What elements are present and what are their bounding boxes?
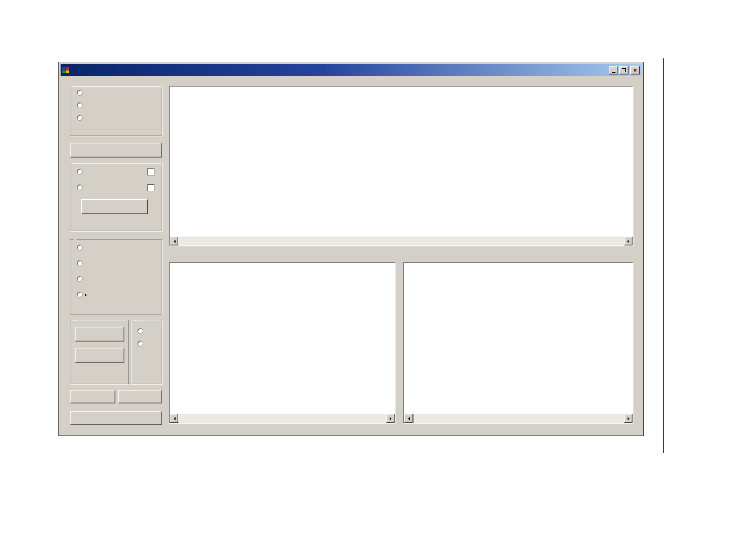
reverse-button[interactable] [75,348,124,363]
page-border-line [663,58,664,453]
radio-uncorrected-control[interactable] [77,169,83,175]
overview-scrollbar[interactable] [170,236,633,245]
radio-blue-control[interactable] [77,115,83,121]
radio-scan-width[interactable] [70,271,162,287]
overview-scroll-thumb[interactable] [178,236,179,245]
close-button[interactable]: × [630,66,640,74]
detail-right-panel [403,262,633,424]
app-icon [62,66,70,74]
radio-blue[interactable] [70,112,162,124]
radio-normal[interactable] [70,240,162,255]
radio-green[interactable] [70,99,162,111]
minimize-button[interactable] [609,66,618,74]
radio-light-profile[interactable] [70,255,162,271]
detail-right-scrollbar[interactable] [404,414,633,423]
overview-scroll-left-button[interactable] [170,236,178,245]
detail-left-scroll-thumb[interactable] [178,414,179,423]
overview-scroll-right-button[interactable] [624,236,633,245]
color-group [70,86,162,136]
detail-right-scroll-thumb[interactable] [413,414,413,423]
radio-uncorrected[interactable] [70,164,162,179]
detail-left-scroll-track[interactable] [178,414,386,423]
radio-camera-b-control[interactable] [137,341,143,346]
maximize-icon [622,68,626,72]
detail-left-panel [169,262,396,424]
overview-oscilloscope-display [170,87,633,236]
camera-motor-group [70,320,129,384]
forward-button[interactable] [75,327,124,341]
execute-button[interactable] [81,199,148,214]
radio-green-control[interactable] [77,102,83,108]
overview-plot-panel [169,86,633,246]
detail-right-scroll-right-button[interactable] [624,414,633,423]
detail-left-display [170,263,395,414]
titlebar[interactable]: × [61,64,642,76]
detail-right-display [404,263,633,414]
zoom-all-button[interactable] [70,143,162,158]
detail-right-scroll-track[interactable] [413,414,624,423]
window-controls: × [609,66,640,74]
detail-left-scrollbar[interactable] [170,414,395,423]
radio-corrected[interactable] [70,180,162,195]
radio-camera-a[interactable] [131,325,162,337]
radio-corrected-control[interactable] [77,184,83,190]
save-button[interactable] [70,390,115,403]
uncorrected-checkbox[interactable] [147,168,154,175]
close-icon: × [633,67,637,73]
detail-view-group [70,239,162,315]
light-profile-group [70,163,162,231]
radio-light-profile-control[interactable] [77,260,83,266]
overview-scroll-track[interactable] [178,236,624,245]
detail-left-scroll-left-button[interactable] [170,414,178,423]
radio-camera-b[interactable] [131,337,162,349]
camera-group [131,320,162,384]
radio-scan-width-control[interactable] [77,276,83,282]
radio-red-control[interactable] [77,90,83,96]
detail-left-scroll-right-button[interactable] [386,414,395,423]
radio-vertical-positioning[interactable] [70,287,162,302]
radio-red[interactable] [70,87,162,99]
exit-button[interactable] [70,411,162,425]
print-button[interactable] [118,390,162,403]
minimize-icon [612,72,615,73]
detail-right-scroll-left-button[interactable] [404,414,413,423]
radio-vertical-positioning-control[interactable] [77,292,83,298]
radio-camera-a-control[interactable] [137,328,143,334]
corrected-checkbox[interactable] [147,184,154,191]
maximize-button[interactable] [619,66,629,74]
radio-normal-control[interactable] [77,245,83,250]
app-window: × [58,62,644,436]
